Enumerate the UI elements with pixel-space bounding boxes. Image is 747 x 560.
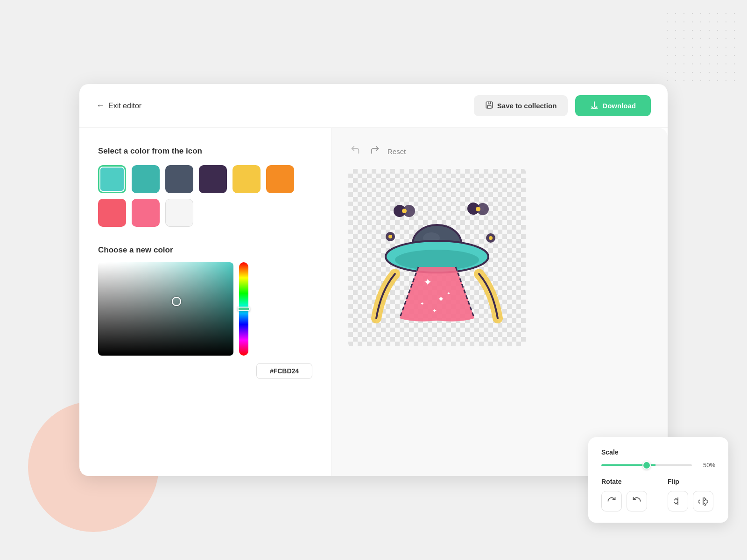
download-label: Download bbox=[602, 102, 636, 110]
header: ← Exit editor Save to collection Downlo bbox=[79, 84, 668, 128]
hue-slider[interactable] bbox=[239, 262, 248, 356]
back-arrow-icon: ← bbox=[96, 101, 105, 111]
rotate-section: Rotate bbox=[601, 478, 649, 511]
scale-label: Scale bbox=[601, 448, 715, 456]
rotate-flip-row: Rotate Flip bbox=[601, 478, 715, 511]
dots-decoration bbox=[654, 0, 747, 93]
rotate-label: Rotate bbox=[601, 478, 649, 485]
gradient-black-overlay bbox=[98, 262, 233, 356]
color-swatch-yellow[interactable] bbox=[233, 165, 261, 193]
flip-label: Flip bbox=[668, 478, 715, 485]
download-button[interactable]: Download bbox=[575, 95, 651, 116]
color-swatch-red-dark[interactable] bbox=[98, 199, 126, 227]
undo-redo-bar: Reset bbox=[348, 143, 406, 160]
flip-vertical-button[interactable] bbox=[693, 491, 713, 511]
color-swatch-slate[interactable] bbox=[165, 165, 193, 193]
svg-text:✦: ✦ bbox=[420, 301, 424, 306]
undo-button[interactable] bbox=[348, 143, 362, 160]
exit-editor-button[interactable]: ← Exit editor bbox=[96, 101, 141, 111]
download-icon bbox=[590, 101, 599, 111]
svg-text:✦: ✦ bbox=[423, 276, 432, 288]
flip-section: Flip bbox=[668, 478, 715, 511]
choose-color-title: Choose a new color bbox=[98, 245, 312, 255]
scale-slider[interactable] bbox=[601, 464, 692, 466]
editor-body: Select a color from the icon Choose a ne… bbox=[79, 128, 668, 476]
svg-rect-1 bbox=[487, 105, 491, 108]
select-color-title: Select a color from the icon bbox=[98, 147, 312, 156]
main-editor-card: ← Exit editor Save to collection Downlo bbox=[79, 84, 668, 476]
color-gradient-picker[interactable] bbox=[98, 262, 233, 356]
save-collection-label: Save to collection bbox=[497, 102, 557, 110]
svg-text:✦: ✦ bbox=[447, 291, 451, 296]
ufo-illustration: ✦ ✦ ✦ ✦ ✦ bbox=[362, 183, 512, 332]
color-swatch-teal-light[interactable] bbox=[98, 165, 126, 193]
header-actions: Save to collection Download bbox=[474, 95, 651, 116]
color-swatch-dark-purple[interactable] bbox=[199, 165, 227, 193]
hex-color-input[interactable] bbox=[256, 363, 312, 379]
svg-point-10 bbox=[476, 207, 480, 211]
scale-section: Scale 50% bbox=[601, 448, 715, 469]
icon-preview-panel: Reset bbox=[331, 128, 668, 476]
scale-value: 50% bbox=[698, 462, 715, 469]
rotate-counterclockwise-button[interactable] bbox=[627, 491, 647, 511]
svg-point-11 bbox=[388, 235, 392, 238]
color-swatches bbox=[98, 165, 312, 227]
hue-handle[interactable] bbox=[238, 307, 250, 311]
color-picker-area bbox=[98, 262, 312, 356]
flip-buttons bbox=[668, 491, 715, 511]
controls-panel: Scale 50% Rotate Flip bbox=[588, 437, 728, 523]
svg-text:✦: ✦ bbox=[437, 294, 444, 304]
color-swatch-white[interactable] bbox=[165, 199, 193, 227]
svg-text:✦: ✦ bbox=[432, 308, 437, 314]
save-collection-button[interactable]: Save to collection bbox=[474, 95, 568, 116]
redo-button[interactable] bbox=[368, 143, 382, 160]
picker-handle[interactable] bbox=[172, 297, 181, 306]
reset-button[interactable]: Reset bbox=[388, 147, 406, 155]
rotate-buttons bbox=[601, 491, 649, 511]
color-swatch-red-light[interactable] bbox=[132, 199, 160, 227]
svg-point-12 bbox=[489, 236, 493, 240]
hex-input-wrap bbox=[98, 363, 312, 379]
color-editor-panel: Select a color from the icon Choose a ne… bbox=[79, 128, 331, 476]
flip-horizontal-button[interactable] bbox=[668, 491, 688, 511]
color-swatch-orange[interactable] bbox=[266, 165, 294, 193]
icon-preview-canvas: ✦ ✦ ✦ ✦ ✦ bbox=[348, 169, 526, 346]
svg-point-9 bbox=[402, 209, 407, 213]
rotate-clockwise-button[interactable] bbox=[601, 491, 622, 511]
scale-row: 50% bbox=[601, 462, 715, 469]
exit-editor-label: Exit editor bbox=[108, 102, 141, 110]
save-icon bbox=[485, 101, 493, 111]
color-swatch-teal-dark[interactable] bbox=[132, 165, 160, 193]
